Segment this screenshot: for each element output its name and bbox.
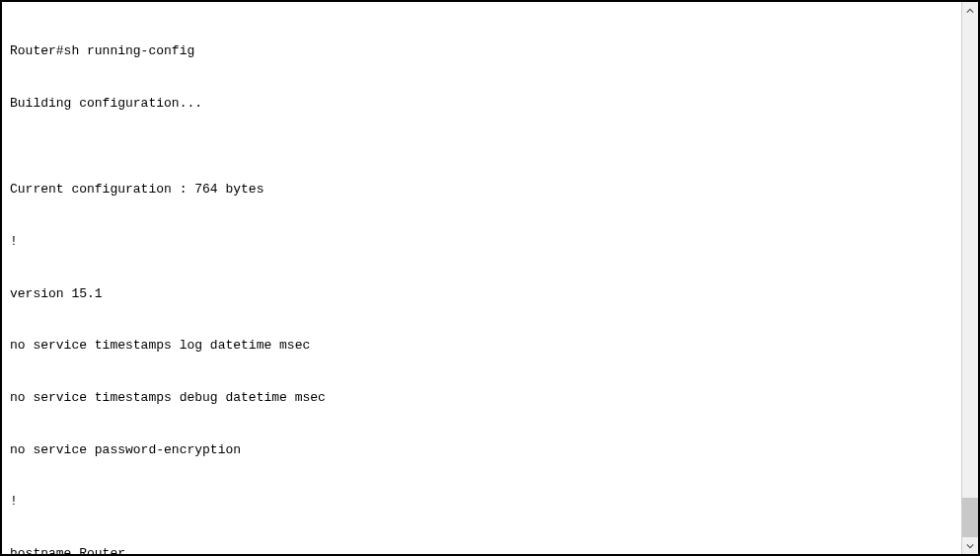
chevron-up-icon — [966, 7, 974, 15]
terminal-window: Router#sh running-config Building config… — [0, 0, 980, 556]
terminal-line: Current configuration : 764 bytes — [10, 181, 953, 199]
terminal-line: ! — [10, 493, 953, 511]
terminal-line: no service timestamps log datetime msec — [10, 337, 953, 355]
terminal-line: ! — [10, 233, 953, 251]
terminal-line: hostname Router — [10, 545, 953, 554]
scroll-up-button[interactable] — [962, 2, 978, 19]
scroll-thumb[interactable] — [962, 498, 978, 537]
vertical-scrollbar[interactable] — [961, 2, 978, 554]
terminal-line: version 15.1 — [10, 285, 953, 303]
terminal-line: no service password-encryption — [10, 441, 953, 459]
terminal-line: Building configuration... — [10, 95, 953, 113]
scroll-track[interactable] — [962, 19, 978, 537]
terminal-output[interactable]: Router#sh running-config Building config… — [2, 2, 961, 554]
terminal-line: no service timestamps debug datetime mse… — [10, 389, 953, 407]
scroll-down-button[interactable] — [962, 537, 978, 554]
chevron-down-icon — [966, 542, 974, 550]
terminal-line: Router#sh running-config — [10, 42, 953, 60]
